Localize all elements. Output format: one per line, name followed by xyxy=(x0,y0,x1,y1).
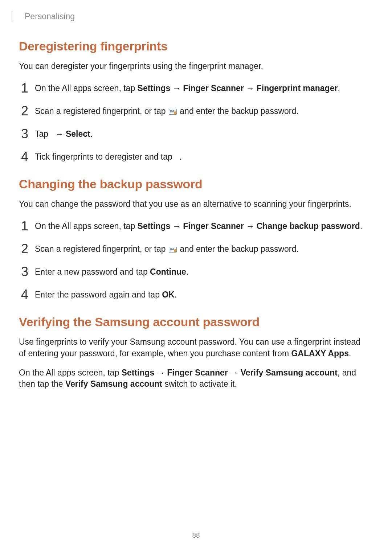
svg-rect-9 xyxy=(171,248,172,249)
intro-deregistering: You can deregister your fingerprints usi… xyxy=(19,61,367,72)
step-row: 4 Enter the password again and tap OK. xyxy=(21,286,367,300)
step-row: 2 Scan a registered fingerprint, or tap … xyxy=(21,103,367,117)
para-verify-2: On the All apps screen, tap Settings→Fin… xyxy=(19,367,367,390)
para-verify-1: Use fingerprints to verify your Samsung … xyxy=(19,336,367,359)
svg-rect-3 xyxy=(173,110,174,111)
step-number: 3 xyxy=(21,265,35,278)
step-row: 3 Tap →Select. xyxy=(21,126,367,140)
step-text: Enter the password again and tap OK. xyxy=(35,286,177,300)
step-number: 4 xyxy=(21,288,35,301)
svg-rect-13 xyxy=(175,249,176,250)
steps-changing-password: 1 On the All apps screen, tap Settings→F… xyxy=(21,218,367,300)
step-text: Scan a registered fingerprint, or tap an… xyxy=(35,103,299,117)
keyboard-lock-icon xyxy=(169,247,177,253)
step-text: On the All apps screen, tap Settings→Fin… xyxy=(35,218,362,232)
step-number: 1 xyxy=(21,219,35,233)
svg-rect-4 xyxy=(170,111,174,112)
svg-rect-8 xyxy=(170,248,171,249)
step-number: 4 xyxy=(21,150,35,163)
svg-rect-1 xyxy=(170,110,171,111)
step-number: 3 xyxy=(21,127,35,140)
step-row: 2 Scan a registered fingerprint, or tap … xyxy=(21,241,367,255)
step-text: Tick fingerprints to deregister and tap … xyxy=(35,148,181,163)
step-row: 1 On the All apps screen, tap Settings→F… xyxy=(21,80,367,94)
page-number: 88 xyxy=(0,532,392,539)
step-text: Scan a registered fingerprint, or tap an… xyxy=(35,241,299,255)
breadcrumb: Personalising xyxy=(12,11,367,22)
step-row: 3 Enter a new password and tap Continue. xyxy=(21,263,367,278)
header-divider xyxy=(12,11,12,22)
step-text: Tap →Select. xyxy=(35,126,93,140)
keyboard-lock-icon xyxy=(169,109,177,115)
svg-rect-2 xyxy=(171,110,172,111)
step-row: 4 Tick fingerprints to deregister and ta… xyxy=(21,148,367,163)
svg-rect-6 xyxy=(175,111,176,112)
steps-deregistering: 1 On the All apps screen, tap Settings→F… xyxy=(21,80,367,163)
heading-changing-password: Changing the backup password xyxy=(19,177,367,191)
svg-rect-11 xyxy=(170,249,174,250)
heading-verify-samsung: Verifying the Samsung account password xyxy=(19,315,367,329)
intro-changing-password: You can change the password that you use… xyxy=(19,198,367,210)
svg-rect-10 xyxy=(173,248,174,249)
step-text: Enter a new password and tap Continue. xyxy=(35,263,188,278)
document-page: Personalising Deregistering fingerprints… xyxy=(0,0,392,390)
step-number: 1 xyxy=(21,82,35,95)
step-text: On the All apps screen, tap Settings→Fin… xyxy=(35,80,340,94)
breadcrumb-text: Personalising xyxy=(25,12,75,21)
step-number: 2 xyxy=(21,242,35,255)
step-number: 2 xyxy=(21,104,35,118)
heading-deregistering: Deregistering fingerprints xyxy=(19,39,367,53)
step-row: 1 On the All apps screen, tap Settings→F… xyxy=(21,218,367,232)
